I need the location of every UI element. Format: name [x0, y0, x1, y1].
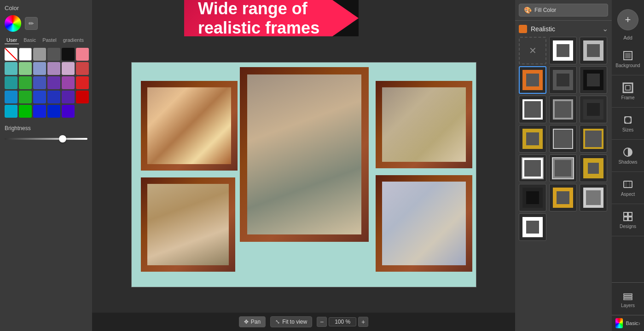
frame-top-left[interactable]: [141, 81, 238, 171]
thumb-dbl-white[interactable]: [519, 154, 546, 182]
frame-bottom-left[interactable]: [141, 177, 235, 272]
thumb-dark2[interactable]: [580, 96, 607, 123]
color-wheel-row: ✏: [5, 15, 87, 32]
fill-color-button[interactable]: 🎨 Fill Color: [519, 4, 608, 17]
frame-thin-white-preview: [522, 99, 543, 120]
frame-thin-gold-preview: [583, 129, 603, 149]
svg-rect-10: [624, 294, 632, 295]
swatch-red-bright[interactable]: [76, 91, 89, 103]
swatch-blue-mid[interactable]: [33, 76, 46, 89]
color-section-title: Color: [5, 5, 87, 11]
swatch-indigo[interactable]: [47, 91, 60, 103]
pan-label: Pan: [251, 319, 261, 325]
frames-title: Realistic: [531, 25, 555, 33]
sidebar-item-background[interactable]: Background: [612, 43, 644, 75]
swatch-black[interactable]: [62, 48, 75, 61]
thumb-white-single[interactable]: [519, 213, 546, 241]
canvas[interactable]: [131, 62, 476, 287]
canvas-container: [92, 36, 515, 313]
swatch-pink[interactable]: [76, 48, 89, 61]
frame-dbl-gray-preview: [553, 158, 573, 178]
thumb-gold3[interactable]: [549, 184, 577, 211]
left-panel: Color ✏ User Basic Pastel gradients: [0, 0, 92, 331]
swatch-teal-mid[interactable]: [5, 76, 17, 89]
frames-panel: Realistic ⌄ ✕: [515, 21, 612, 331]
frames-dropdown-icon[interactable]: ⌄: [602, 24, 608, 33]
swatch-violet-mid[interactable]: [62, 76, 75, 89]
thumb-white-thin[interactable]: [519, 96, 546, 123]
fit-button[interactable]: ⤡ Fit to view: [270, 316, 312, 327]
pan-button[interactable]: ✥ Pan: [239, 316, 266, 327]
swatch-purple-dark[interactable]: [62, 91, 75, 103]
sidebar-item-frame[interactable]: Frame: [612, 75, 644, 108]
swatch-red-dark[interactable]: [76, 76, 89, 89]
tab-pastel[interactable]: Pastel: [41, 36, 58, 44]
thumb-gray-thin[interactable]: [549, 96, 577, 123]
no-frame-icon: ✕: [529, 45, 537, 56]
sidebar-item-shadows[interactable]: Shadows: [612, 140, 644, 172]
sidebar-item-layers[interactable]: Layers: [612, 283, 644, 315]
zoom-value[interactable]: 100 %: [329, 317, 356, 326]
swatch-green-mid[interactable]: [19, 76, 32, 89]
layers-label: Layers: [621, 303, 635, 308]
thumb-black[interactable]: [580, 66, 607, 94]
add-button[interactable]: +: [617, 9, 638, 30]
thumb-gold-thick[interactable]: [580, 154, 607, 182]
sidebar-item-aspect[interactable]: Aspect: [612, 172, 644, 204]
swatch-purple-mid[interactable]: [47, 76, 60, 89]
swatch-violet-bright[interactable]: [62, 105, 75, 118]
swatch-cyan[interactable]: [5, 105, 17, 118]
sidebar-item-designs[interactable]: Designs: [612, 204, 644, 236]
thumb-no-frame[interactable]: ✕: [519, 37, 546, 64]
frame-dark3-preview: [522, 188, 543, 208]
frames-color-dot: [519, 25, 527, 33]
svg-rect-11: [624, 296, 632, 297]
swatch-lavender[interactable]: [62, 62, 75, 75]
swatch-darkgray[interactable]: [47, 48, 60, 61]
sidebar-item-sizes[interactable]: Sizes: [612, 108, 644, 140]
swatch-transparent[interactable]: [5, 48, 17, 61]
background-icon: [622, 50, 633, 61]
tab-basic[interactable]: Basic: [22, 36, 38, 44]
eyedropper-button[interactable]: ✏: [25, 17, 38, 30]
swatch-blue-dark[interactable]: [33, 91, 46, 103]
basic-style-row[interactable]: Basic ›: [612, 315, 644, 331]
brightness-thumb[interactable]: [59, 135, 66, 143]
thumb-dbl-gray[interactable]: [549, 154, 577, 182]
swatch-blue-teal[interactable]: [5, 91, 17, 103]
swatch-red-mid[interactable]: [76, 62, 89, 75]
thumb-light3[interactable]: [580, 184, 607, 211]
zoom-minus-button[interactable]: −: [317, 317, 327, 327]
swatch-white[interactable]: [19, 48, 32, 61]
fit-icon: ⤡: [275, 319, 280, 325]
designs-label: Designs: [620, 224, 636, 229]
thumb-white[interactable]: [549, 37, 577, 64]
swatch-gray[interactable]: [33, 48, 46, 61]
thumb-lightgray[interactable]: [580, 37, 607, 64]
swatch-purple-light[interactable]: [47, 62, 60, 75]
swatch-green-dark[interactable]: [19, 91, 32, 103]
swatch-teal-light[interactable]: [5, 62, 17, 75]
frame-bottom-right[interactable]: [376, 175, 472, 272]
tab-user[interactable]: User: [5, 36, 19, 44]
swatch-blue-bright[interactable]: [33, 105, 46, 118]
brightness-slider[interactable]: [5, 135, 87, 143]
thumb-thin-white2[interactable]: [549, 125, 577, 153]
banner: Wide range of realistic frames: [184, 0, 359, 36]
swatch-green-bright[interactable]: [19, 105, 32, 118]
banner-background: Wide range of realistic frames: [184, 0, 359, 36]
thumb-gold2[interactable]: [580, 125, 607, 153]
swatch-blue-vivid[interactable]: [47, 105, 60, 118]
color-wheel[interactable]: [5, 15, 21, 32]
swatch-blue-light[interactable]: [33, 62, 46, 75]
thumb-gold[interactable]: [519, 125, 546, 153]
tab-gradients[interactable]: gradients: [61, 36, 86, 44]
thumb-dark[interactable]: [549, 66, 577, 94]
frame-top-right[interactable]: [376, 81, 472, 168]
add-label: Add: [623, 35, 632, 40]
frame-center[interactable]: [240, 67, 369, 242]
thumb-orange[interactable]: [519, 66, 546, 94]
swatch-green-light[interactable]: [19, 62, 32, 75]
zoom-plus-button[interactable]: +: [358, 317, 368, 327]
thumb-dark3[interactable]: [519, 184, 546, 211]
